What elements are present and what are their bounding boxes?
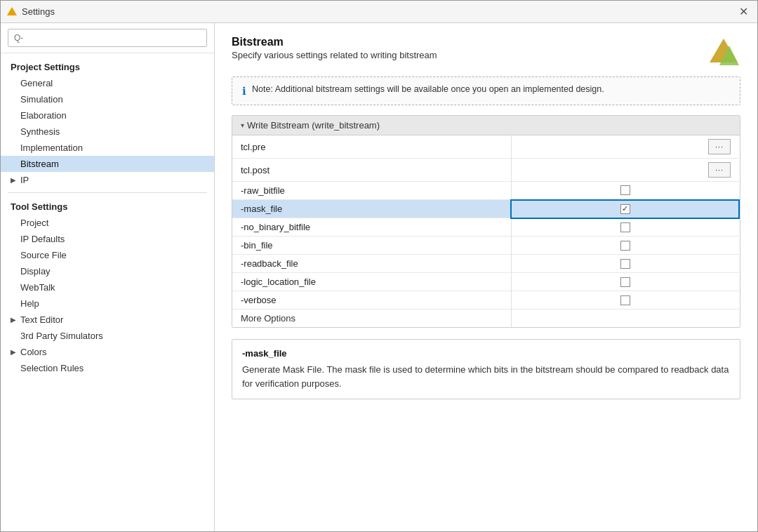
tcl-pre-dots-button[interactable]: ··· [708, 139, 731, 154]
row-name: -logic_location_file [232, 273, 511, 291]
row-value [511, 291, 739, 310]
tcl-post-dots-button[interactable]: ··· [708, 162, 731, 178]
right-panel: Bitstream Specify various settings relat… [215, 23, 757, 531]
row-name: -raw_bitfile [232, 182, 511, 200]
text-editor-label: Text Editor [20, 314, 63, 325]
info-banner: ℹ Note: Additional bitstream settings wi… [232, 77, 740, 105]
tree-divider [8, 192, 207, 193]
table-row: More Options [232, 310, 739, 328]
raw-bitfile-checkbox-cell [520, 185, 731, 195]
sidebar-item-general[interactable]: General [1, 75, 214, 91]
row-value [511, 218, 739, 237]
verbose-checkbox-cell [520, 295, 731, 305]
row-name: -readback_file [232, 255, 511, 273]
sidebar-item-selection-rules[interactable]: Selection Rules [1, 360, 214, 376]
sidebar-item-help[interactable]: Help [1, 295, 214, 312]
right-header-text: Bitstream Specify various settings relat… [232, 36, 437, 60]
page-subtitle: Specify various settings related to writ… [232, 50, 437, 60]
main-content: Project Settings General Simulation Elab… [1, 23, 757, 531]
page-title: Bitstream [232, 36, 437, 48]
table-collapse-arrow[interactable]: ▾ [241, 121, 244, 129]
table-row: -raw_bitfile [232, 182, 739, 200]
table-row: tcl.pre ··· [232, 135, 739, 159]
sidebar-item-webtalk[interactable]: WebTalk [1, 279, 214, 295]
table-row: -readback_file [232, 255, 739, 273]
sidebar-item-ip[interactable]: ▶ IP [1, 172, 214, 188]
verbose-checkbox[interactable] [620, 295, 630, 305]
sidebar-item-synthesis[interactable]: Synthesis [1, 124, 214, 140]
colors-label: Colors [20, 347, 47, 357]
sidebar-item-text-editor[interactable]: ▶ Text Editor [1, 312, 214, 328]
table-row: -mask_file [232, 200, 739, 218]
no-binary-bitfile-checkbox[interactable] [620, 222, 630, 232]
row-name: -no_binary_bitfile [232, 218, 511, 237]
bin-file-checkbox-cell [520, 241, 731, 251]
table-row: -no_binary_bitfile [232, 218, 739, 237]
row-value [511, 273, 739, 291]
sidebar-item-colors[interactable]: ▶ Colors [1, 344, 214, 360]
row-value [511, 200, 739, 218]
row-value [511, 255, 739, 273]
table-header-label: Write Bitstream (write_bitstream) [247, 120, 380, 131]
sidebar-item-simulation[interactable]: Simulation [1, 91, 214, 107]
table-row: -logic_location_file [232, 273, 739, 291]
sidebar-item-project[interactable]: Project [1, 215, 214, 231]
search-wrap [1, 23, 214, 53]
no-binary-bitfile-checkbox-cell [520, 222, 731, 232]
mask-file-checkbox-cell [520, 204, 730, 214]
desc-title: -mask_file [242, 348, 730, 359]
app-icon [6, 6, 18, 18]
table-row: tcl.post ··· [232, 159, 739, 182]
row-name: -mask_file [232, 200, 511, 218]
ip-expand-arrow: ▶ [11, 176, 16, 184]
bin-file-checkbox[interactable] [620, 241, 630, 251]
row-name: -verbose [232, 291, 511, 310]
description-box: -mask_file Generate Mask File. The mask … [232, 339, 740, 399]
row-value [511, 310, 739, 328]
sidebar-item-ip-defaults[interactable]: IP Defaults [1, 231, 214, 247]
sidebar-item-display[interactable]: Display [1, 263, 214, 279]
settings-table: tcl.pre ··· tcl.post ··· [232, 135, 740, 327]
search-input[interactable] [8, 29, 207, 47]
tool-settings-header: Tool Settings [1, 197, 214, 215]
table-row: -verbose [232, 291, 739, 310]
info-icon: ℹ [242, 85, 246, 98]
sidebar-item-elaboration[interactable]: Elaboration [1, 107, 214, 124]
colors-expand-arrow: ▶ [11, 348, 16, 356]
row-value [511, 182, 739, 200]
more-options-label: More Options [232, 310, 511, 328]
sidebar-item-3rd-party[interactable]: 3rd Party Simulators [1, 328, 214, 344]
svg-marker-0 [7, 7, 17, 15]
row-value: ··· [511, 135, 739, 159]
row-name: tcl.post [232, 159, 511, 182]
table-row: -bin_file [232, 237, 739, 255]
sidebar-item-bitstream[interactable]: Bitstream [1, 156, 214, 172]
left-panel: Project Settings General Simulation Elab… [1, 23, 215, 531]
readback-file-checkbox-cell [520, 259, 731, 269]
logic-location-file-checkbox-cell [520, 277, 731, 287]
text-editor-expand-arrow: ▶ [11, 316, 16, 324]
row-name: -bin_file [232, 237, 511, 255]
logic-location-file-checkbox[interactable] [620, 277, 630, 287]
window-title: Settings [22, 6, 735, 17]
project-settings-header: Project Settings [1, 58, 214, 75]
row-value: ··· [511, 159, 739, 182]
raw-bitfile-checkbox[interactable] [620, 185, 630, 195]
sidebar-item-implementation[interactable]: Implementation [1, 140, 214, 156]
sidebar-item-source-file[interactable]: Source File [1, 247, 214, 263]
ip-label: IP [20, 175, 29, 185]
vivado-logo [707, 36, 740, 69]
close-button[interactable]: ✕ [735, 4, 752, 20]
right-header: Bitstream Specify various settings relat… [232, 36, 740, 69]
settings-window: Settings ✕ Project Settings General Simu… [0, 0, 758, 532]
title-bar: Settings ✕ [1, 1, 757, 23]
mask-file-checkbox[interactable] [620, 204, 630, 214]
settings-table-wrap: ▾ Write Bitstream (write_bitstream) tcl.… [232, 115, 740, 328]
info-text: Note: Additional bitstream settings will… [252, 84, 604, 94]
row-name: tcl.pre [232, 135, 511, 159]
left-tree: Project Settings General Simulation Elab… [1, 53, 214, 531]
table-header: ▾ Write Bitstream (write_bitstream) [232, 116, 740, 135]
row-value [511, 237, 739, 255]
desc-text: Generate Mask File. The mask file is use… [242, 363, 730, 390]
readback-file-checkbox[interactable] [620, 259, 630, 269]
